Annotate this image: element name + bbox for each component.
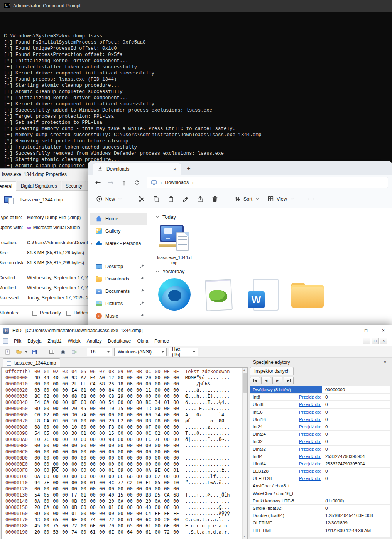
inspector-row[interactable]: UInt24 Przejdź do: 0: [250, 431, 390, 438]
back-button[interactable]: [92, 177, 103, 188]
go-to-link[interactable]: [297, 505, 322, 512]
checkbox-box[interactable]: [66, 311, 71, 316]
hxd-titlebar[interactable]: HxD - [C:\Users\Administrator\Downloads\…: [0, 325, 392, 336]
menu-item[interactable]: Znajdź: [44, 337, 64, 345]
go-to-link[interactable]: [297, 490, 322, 497]
close-button[interactable]: ×: [375, 325, 392, 336]
properties-tab[interactable]: Digital Signatures: [17, 181, 61, 191]
view-button[interactable]: View: [264, 193, 298, 205]
go-to-link[interactable]: Przejdź do:: [297, 468, 322, 475]
sidebar-item[interactable]: › Downloads: [90, 273, 147, 285]
sidebar-item[interactable]: › Gallery: [90, 225, 147, 237]
go-to-link[interactable]: [297, 512, 322, 519]
menu-item[interactable]: Dodatkowe: [105, 337, 134, 345]
panel-close-icon[interactable]: ×: [382, 359, 389, 365]
hex-row[interactable]: 000000F000000C0000000000010900000A9E0C01…: [2, 467, 242, 473]
sidebar-item[interactable]: › Music: [90, 310, 147, 322]
hex-row[interactable]: 000000C000000000000000000000000000000000…: [2, 449, 242, 455]
mdi-restore-button[interactable]: □: [372, 338, 379, 344]
inspector-row[interactable]: Single (float32) 0: [250, 505, 390, 512]
menu-item[interactable]: Okna: [134, 337, 151, 345]
today-section-header[interactable]: Today: [155, 214, 392, 220]
last-byte-button[interactable]: ▶: [284, 377, 294, 384]
paste-button[interactable]: [164, 193, 178, 205]
go-to-link[interactable]: Przejdź do:: [297, 394, 322, 400]
menu-item[interactable]: Pomoc: [151, 337, 172, 345]
yesterday-section-header[interactable]: Yesterday: [155, 269, 392, 274]
new-file-button[interactable]: [3, 347, 12, 357]
inspector-row[interactable]: UInt8 Przejdź do: 0: [250, 401, 390, 408]
sort-button[interactable]: Sort: [231, 193, 263, 205]
forward-button[interactable]: [105, 177, 117, 188]
hex-row[interactable]: 000000905405000030010000150000000C020000…: [2, 430, 242, 436]
go-to-link[interactable]: Przejdź do:: [297, 416, 322, 423]
hex-row[interactable]: 000001400A0000000B000000200A0000200A0000…: [2, 498, 242, 504]
hex-row[interactable]: 00000040F40A00000E00000054000000BC340100…: [2, 399, 242, 406]
inspector-row[interactable]: UInt64 Przejdź do: 2533274790395904: [250, 460, 390, 468]
hex-row[interactable]: 000000A0F07C00001000000098000000FC7E0000…: [2, 436, 242, 443]
up-button[interactable]: [118, 177, 130, 188]
delete-button[interactable]: [208, 193, 222, 205]
file-tile-dmp[interactable]: lsass.exe_1344.dmp: [155, 224, 194, 265]
first-byte-button[interactable]: ◀: [250, 377, 260, 384]
mdi-minimize-button[interactable]: ─: [363, 338, 370, 344]
hex-row[interactable]: 000000800800000010000000F80000000F000000…: [2, 424, 242, 430]
breadcrumb-chevron-icon[interactable]: ›: [192, 180, 193, 186]
go-to-link[interactable]: Przejdź do:: [297, 401, 322, 408]
menu-item[interactable]: Analizy: [84, 337, 105, 345]
cmd-titlebar[interactable]: Administrator: Command Prompt: [0, 0, 392, 12]
inspector-row[interactable]: Punkt kodowy UTF-8 (U+0000): [250, 497, 390, 505]
file-tile[interactable]: [288, 278, 327, 311]
menu-item[interactable]: Plik: [11, 337, 24, 345]
inspector-row[interactable]: WideChar / char16_t: [250, 490, 390, 497]
hex-row[interactable]: 000000E000000000000000000000000000000000…: [2, 461, 242, 467]
file-tile[interactable]: [155, 278, 194, 311]
hex-row[interactable]: 000000004D444D5093A7F4A01200000020000000…: [2, 375, 242, 381]
hex-scrollbar[interactable]: [242, 368, 247, 539]
share-button[interactable]: [193, 193, 207, 205]
readonly-checkbox[interactable]: Read-only: [32, 310, 61, 316]
go-to-link[interactable]: Przejdź do:: [297, 438, 322, 445]
open-dropdown-icon[interactable]: [25, 351, 28, 354]
go-to-link[interactable]: [297, 497, 322, 504]
copy-button[interactable]: [149, 193, 163, 205]
hex-row[interactable]: 00000010000000002FFECA682618060000000000…: [2, 381, 242, 387]
sidebar-item[interactable]: › Marek - Persona: [90, 237, 147, 250]
hex-row[interactable]: 00000110947F0000000001004C77C210F1050010…: [2, 480, 242, 486]
inspector-row[interactable]: Int8 Przejdź do: 0: [250, 394, 390, 401]
hidden-checkbox[interactable]: Hidden: [66, 310, 88, 316]
see-more-button[interactable]: [304, 193, 318, 205]
menu-item[interactable]: Edycja: [24, 337, 44, 345]
refresh-button[interactable]: [131, 177, 143, 188]
mdi-close-button[interactable]: ×: [380, 338, 387, 344]
go-to-link[interactable]: Przejdź do:: [297, 446, 322, 453]
byte-grid-button[interactable]: [47, 347, 56, 357]
go-to-link[interactable]: [297, 527, 322, 534]
hex-row[interactable]: 000000308C02000068080000C829000000000000…: [2, 393, 242, 399]
explorer-tab-downloads[interactable]: Downloads ×: [93, 163, 181, 175]
save-button[interactable]: [30, 347, 39, 357]
hex-row[interactable]: 0000002003000000E40100008406000011000000…: [2, 387, 242, 393]
snapshot-button[interactable]: [58, 347, 68, 357]
go-to-link[interactable]: [297, 386, 322, 393]
hex-row[interactable]: 0000013054050000F701000040150000B8D5CA68…: [2, 492, 242, 498]
minimize-button[interactable]: ─: [340, 325, 357, 336]
go-to-link[interactable]: Przejdź do:: [297, 423, 322, 430]
file-tile[interactable]: [199, 278, 238, 311]
go-to-link[interactable]: [297, 519, 322, 526]
hex-row[interactable]: 00000170430065006E007400720061006C002000…: [2, 517, 242, 523]
go-to-link[interactable]: Przejdź do:: [297, 409, 322, 416]
new-tab-button[interactable]: +: [184, 164, 194, 174]
hex-row[interactable]: 000001600D0000000100000000000000C4FFFFFF…: [2, 510, 242, 517]
tab-close-icon[interactable]: ×: [171, 166, 178, 172]
breadcrumb-downloads[interactable]: Downloads: [165, 180, 189, 185]
inspector-row[interactable]: UInt32 Przejdź do: 0: [250, 446, 390, 453]
chevron-right-icon[interactable]: ›: [91, 241, 92, 246]
go-to-link[interactable]: Przejdź do:: [297, 475, 322, 482]
properties-tab[interactable]: Security: [62, 181, 86, 191]
previous-byte-button[interactable]: ◀: [261, 377, 271, 384]
sidebar-item[interactable]: › Pictures: [90, 297, 147, 310]
hex-row[interactable]: 000001804500750072006F007000650061006E00…: [2, 523, 242, 529]
hex-row[interactable]: 0000012000000000000000000000000000000000…: [2, 486, 242, 492]
file-tile[interactable]: [244, 278, 282, 311]
